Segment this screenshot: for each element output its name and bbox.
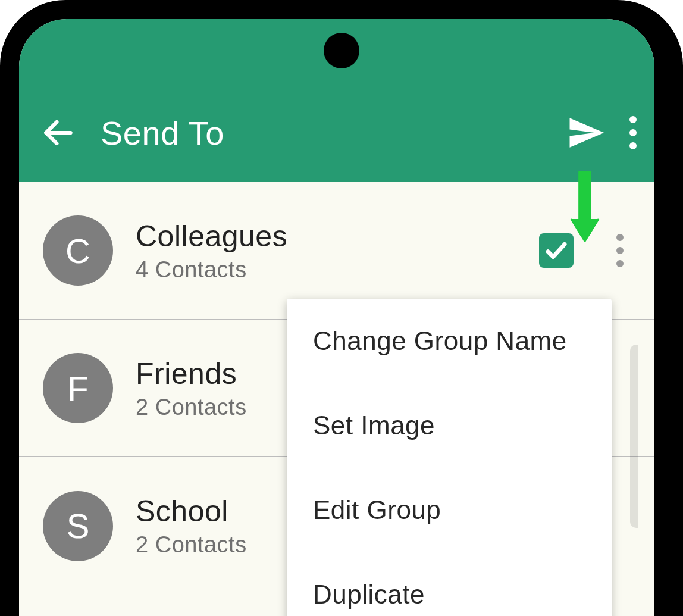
group-name: Colleagues [136,219,539,254]
send-icon[interactable] [566,113,606,152]
group-subtitle: 4 Contacts [136,257,539,283]
avatar: S [43,491,113,561]
row-overflow-icon[interactable] [609,234,631,267]
menu-item-duplicate[interactable]: Duplicate [287,552,612,616]
arrow-down-icon [568,171,602,251]
context-menu: Change Group Name Set Image Edit Group D… [287,299,612,616]
device-frame: Send To C Colleagues 4 Contacts [0,0,683,616]
menu-item-change-name[interactable]: Change Group Name [287,299,612,383]
avatar: F [43,353,113,423]
item-text: Colleagues 4 Contacts [136,219,539,283]
scroll-indicator [630,345,638,528]
menu-item-set-image[interactable]: Set Image [287,383,612,468]
back-icon[interactable] [40,114,77,151]
avatar: C [43,215,113,286]
menu-item-edit-group[interactable]: Edit Group [287,468,612,552]
camera-cutout [324,33,359,68]
screen: Send To C Colleagues 4 Contacts [19,19,654,616]
page-title: Send To [101,114,566,152]
app-bar-content: Send To [40,113,643,152]
overflow-menu-icon[interactable] [624,116,643,149]
